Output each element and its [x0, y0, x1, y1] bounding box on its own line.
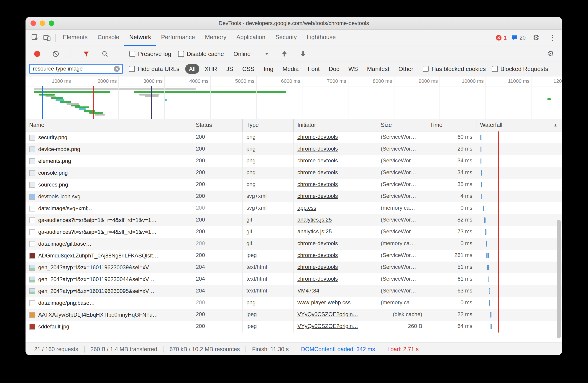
- initiator-link[interactable]: chrome-devtools: [297, 146, 338, 152]
- import-har-button[interactable]: [278, 48, 290, 59]
- request-name-cell[interactable]: data:image/png;base…: [25, 297, 192, 309]
- filter-pill-js[interactable]: JS: [223, 64, 237, 74]
- filter-pill-manifest[interactable]: Manifest: [363, 64, 393, 74]
- request-name-cell[interactable]: data:image/svg+xml;…: [25, 202, 192, 214]
- initiator-link[interactable]: chrome-devtools: [297, 276, 338, 282]
- initiator-link[interactable]: VYyQv0CSZOE?origin…: [297, 323, 358, 329]
- request-name-cell[interactable]: ga-audiences?t=sr&aip=1&_r=4&slf_rd=1&v=…: [25, 226, 192, 238]
- column-header-time[interactable]: Time: [426, 119, 476, 131]
- table-row[interactable]: gen_204?atyp=i&zx=1601196230044&sei=xV…2…: [25, 273, 562, 285]
- table-row[interactable]: gen_204?atyp=i&zx=1601196230095&sei=xV…2…: [25, 285, 562, 297]
- table-row[interactable]: console.png200pngchrome-devtools(Service…: [25, 167, 562, 179]
- network-filter-input[interactable]: [33, 65, 114, 72]
- initiator-link[interactable]: chrome-devtools: [297, 134, 338, 140]
- filter-pill-font[interactable]: Font: [304, 64, 323, 74]
- close-window-button[interactable]: [31, 20, 36, 26]
- column-header-status[interactable]: Status: [192, 119, 243, 131]
- issues-badge[interactable]: 20: [511, 35, 525, 41]
- filter-pill-media[interactable]: Media: [279, 64, 302, 74]
- request-name-cell[interactable]: data:image/gif;base…: [25, 238, 192, 250]
- table-row[interactable]: security.png200pngchrome-devtools(Servic…: [25, 132, 562, 143]
- hide-data-urls-checkbox[interactable]: Hide data URLs: [129, 65, 179, 72]
- request-name-cell[interactable]: ga-audiences?t=sr&aip=1&_r=4&slf_rd=1&v=…: [25, 214, 192, 226]
- has-blocked-cookies-checkbox[interactable]: Has blocked cookies: [423, 65, 486, 72]
- filter-pill-ws[interactable]: WS: [345, 64, 362, 74]
- tab-elements[interactable]: Elements: [58, 30, 92, 46]
- filter-toggle-button[interactable]: [80, 48, 92, 59]
- table-row[interactable]: data:image/svg+xml;…200svg+xmlapp.css(me…: [25, 202, 562, 214]
- checkbox-box[interactable]: [492, 66, 498, 72]
- initiator-link[interactable]: www-player-webp.css: [297, 299, 351, 306]
- table-row[interactable]: ADGmqu8qexLZuhphT_0Aj88Ng8riLFKASQlslt…2…: [25, 250, 562, 262]
- request-name-cell[interactable]: sources.png: [25, 179, 192, 191]
- record-network-log-button[interactable]: [31, 48, 43, 59]
- request-name-cell[interactable]: console.png: [25, 167, 192, 179]
- column-header-waterfall[interactable]: Waterfall ▲: [476, 119, 562, 131]
- request-name-cell[interactable]: security.png: [25, 132, 192, 143]
- initiator-link[interactable]: chrome-devtools: [297, 252, 338, 258]
- table-row[interactable]: data:image/gif;base…200gifchrome-devtool…: [25, 238, 562, 250]
- throttling-select[interactable]: Online: [231, 50, 272, 57]
- filter-pill-css[interactable]: CSS: [239, 64, 258, 74]
- filter-pill-xhr[interactable]: XHR: [201, 64, 221, 74]
- table-row[interactable]: ga-audiences?t=sr&aip=1&_r=4&slf_rd=1&v=…: [25, 214, 562, 226]
- preserve-log-checkbox[interactable]: Preserve log: [129, 50, 171, 57]
- request-name-cell[interactable]: gen_204?atyp=i&zx=1601196230044&sei=xV…: [25, 273, 192, 285]
- column-header-type[interactable]: Type: [243, 119, 294, 131]
- request-name-cell[interactable]: gen_204?atyp=i&zx=1601196230095&sei=xV…: [25, 285, 192, 297]
- table-row[interactable]: elements.png200pngchrome-devtools(Servic…: [25, 155, 562, 167]
- tab-lighthouse[interactable]: Lighthouse: [302, 30, 341, 46]
- initiator-link[interactable]: VM47:84: [297, 287, 319, 294]
- table-row[interactable]: sources.png200pngchrome-devtools(Service…: [25, 179, 562, 191]
- zoom-window-button[interactable]: [49, 20, 54, 26]
- tab-security[interactable]: Security: [270, 30, 302, 46]
- blocked-requests-checkbox[interactable]: Blocked Requests: [492, 65, 548, 72]
- tab-memory[interactable]: Memory: [200, 30, 231, 46]
- request-name-cell[interactable]: elements.png: [25, 155, 192, 167]
- clear-network-log-button[interactable]: [50, 48, 62, 59]
- initiator-link[interactable]: chrome-devtools: [297, 193, 338, 199]
- filter-pill-other[interactable]: Other: [395, 64, 417, 74]
- clear-filter-icon[interactable]: ✕: [114, 66, 120, 72]
- initiator-link[interactable]: chrome-devtools: [297, 181, 338, 187]
- disable-cache-checkbox[interactable]: Disable cache: [178, 50, 224, 57]
- initiator-link[interactable]: chrome-devtools: [297, 169, 338, 175]
- initiator-link[interactable]: VYyQv0CSZOE?origin…: [297, 311, 358, 318]
- initiator-link[interactable]: chrome-devtools: [297, 240, 338, 247]
- initiator-link[interactable]: chrome-devtools: [297, 264, 338, 270]
- request-name-cell[interactable]: gen_204?atyp=i&zx=1601196230039&sei=xV…: [25, 262, 192, 273]
- scrollbar-thumb[interactable]: [557, 220, 561, 338]
- initiator-link[interactable]: analytics.js:25: [297, 228, 332, 235]
- checkbox-box[interactable]: [423, 66, 429, 72]
- filter-pill-all[interactable]: All: [185, 64, 199, 74]
- tab-console[interactable]: Console: [92, 30, 124, 46]
- table-row[interactable]: AATXAJywSIpD1jf4EbqHXTfbe0mnyHqGFNTu…200…: [25, 309, 562, 321]
- initiator-link[interactable]: app.css: [297, 205, 316, 211]
- export-har-button[interactable]: [297, 48, 309, 59]
- filter-pill-img[interactable]: Img: [260, 64, 277, 74]
- network-settings-button[interactable]: ⚙: [545, 48, 557, 59]
- console-errors-badge[interactable]: 1: [496, 35, 507, 41]
- request-name-cell[interactable]: ADGmqu8qexLZuhphT_0Aj88Ng8riLFKASQlslt…: [25, 250, 192, 262]
- tab-application[interactable]: Application: [231, 30, 270, 46]
- request-name-cell[interactable]: devtools-icon.svg: [25, 191, 192, 202]
- column-header-initiator[interactable]: Initiator: [294, 119, 377, 131]
- table-row[interactable]: ga-audiences?t=sr&aip=1&_r=4&slf_rd=1&v=…: [25, 226, 562, 238]
- minimize-window-button[interactable]: [40, 20, 45, 26]
- timeline-overview[interactable]: 1000 ms2000 ms3000 ms4000 ms5000 ms6000 …: [25, 77, 562, 119]
- inspect-element-button[interactable]: [29, 32, 41, 44]
- checkbox-box[interactable]: [129, 66, 135, 72]
- column-header-size[interactable]: Size: [377, 119, 426, 131]
- device-toolbar-button[interactable]: [41, 32, 53, 44]
- request-name-cell[interactable]: sddefault.jpg: [25, 321, 192, 332]
- table-row[interactable]: data:image/png;base…200pngwww-player-web…: [25, 297, 562, 309]
- request-name-cell[interactable]: AATXAJywSIpD1jf4EbqHXTfbe0mnyHqGFNTu…: [25, 309, 192, 321]
- checkbox-box[interactable]: [178, 51, 184, 57]
- table-scrollbar[interactable]: [557, 131, 561, 343]
- initiator-link[interactable]: chrome-devtools: [297, 157, 338, 164]
- checkbox-box[interactable]: [129, 51, 135, 57]
- table-row[interactable]: device-mode.png200pngchrome-devtools(Ser…: [25, 143, 562, 155]
- column-header-name[interactable]: Name: [25, 119, 192, 131]
- table-row[interactable]: sddefault.jpg200jpegVYyQv0CSZOE?origin…2…: [25, 321, 562, 332]
- devtools-menu-button[interactable]: ⋮: [546, 32, 558, 44]
